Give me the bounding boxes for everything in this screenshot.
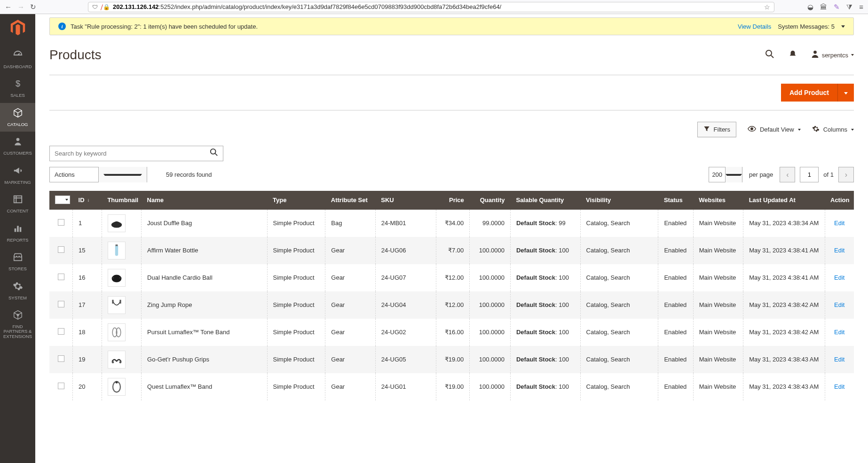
- cell-price: ₹19.00: [436, 346, 470, 373]
- row-checkbox[interactable]: [58, 383, 64, 389]
- add-product-button[interactable]: Add Product: [781, 84, 854, 102]
- account-icon[interactable]: 🏛: [820, 3, 827, 11]
- product-thumbnail[interactable]: [108, 214, 126, 232]
- header-name[interactable]: Name: [142, 191, 267, 210]
- next-page-button[interactable]: ›: [838, 167, 854, 182]
- table-row[interactable]: 18Pursuit Lumaflex™ Tone BandSimple Prod…: [49, 319, 854, 346]
- header-visibility[interactable]: Visibility: [580, 191, 658, 210]
- table-row[interactable]: 19Go-Get'r Pushup GripsSimple ProductGea…: [49, 346, 854, 373]
- nav-sales[interactable]: $SALES: [0, 74, 35, 102]
- product-thumbnail[interactable]: [108, 269, 126, 287]
- product-thumbnail[interactable]: [108, 296, 126, 314]
- edit-link[interactable]: Edit: [834, 274, 844, 281]
- header-thumbnail[interactable]: Thumbnail: [102, 191, 141, 210]
- header-price[interactable]: Price: [436, 191, 470, 210]
- header-quantity[interactable]: Quantity: [470, 191, 511, 210]
- table-row[interactable]: 17Zing Jump RopeSimple ProductGear24-UG0…: [49, 291, 854, 319]
- magento-logo[interactable]: [9, 19, 27, 37]
- extensions-icon[interactable]: ⧩: [846, 3, 852, 11]
- row-checkbox[interactable]: [58, 355, 64, 362]
- edit-link[interactable]: Edit: [834, 247, 844, 254]
- prev-page-button[interactable]: ‹: [780, 167, 795, 182]
- nav-marketing[interactable]: MARKETING: [0, 161, 35, 189]
- edit-link[interactable]: Edit: [834, 220, 844, 227]
- nav-find-partners-extensions[interactable]: FIND PARTNERS & EXTENSIONS: [0, 305, 35, 344]
- records-found: 59 records found: [166, 171, 212, 178]
- cell-type: Simple Product: [267, 237, 325, 264]
- table-row[interactable]: 1Joust Duffle BagSimple ProductBag24-MB0…: [49, 210, 854, 237]
- product-thumbnail[interactable]: [108, 323, 126, 341]
- forward-icon[interactable]: →: [17, 3, 24, 11]
- edit-link[interactable]: Edit: [834, 301, 844, 308]
- nav-stores[interactable]: STORES: [0, 247, 35, 276]
- header-status[interactable]: Status: [658, 191, 693, 210]
- nav-dashboard[interactable]: DASHBOARD: [0, 45, 35, 74]
- search-input[interactable]: [55, 150, 210, 157]
- cell-sku: 24-UG01: [375, 373, 436, 400]
- nav-system[interactable]: SYSTEM: [0, 276, 35, 305]
- row-checkbox[interactable]: [58, 328, 64, 335]
- header-checkbox[interactable]: [49, 191, 73, 210]
- add-product-label[interactable]: Add Product: [781, 84, 837, 102]
- cell-sku: 24-UG05: [375, 346, 436, 373]
- product-thumbnail[interactable]: [108, 351, 126, 369]
- system-messages-count[interactable]: System Messages: 5: [778, 23, 835, 30]
- header-id[interactable]: ID↓: [73, 191, 102, 210]
- url-bar[interactable]: 🛡 ⧸🔒 202.131.126.142:5252/index.php/admi…: [88, 2, 774, 12]
- cell-name: Dual Handle Cardio Ball: [142, 264, 267, 291]
- pocket-icon[interactable]: ◒: [807, 3, 813, 11]
- chevron-down-icon[interactable]: [841, 25, 845, 28]
- table-row[interactable]: 16Dual Handle Cardio BallSimple ProductG…: [49, 264, 854, 291]
- search-icon[interactable]: [210, 148, 218, 159]
- header-salable[interactable]: Salable Quantity: [510, 191, 580, 210]
- nav-reports[interactable]: REPORTS: [0, 219, 35, 247]
- default-view-button[interactable]: Default View: [748, 126, 801, 133]
- page-input[interactable]: [800, 167, 819, 182]
- nav-catalog[interactable]: CATALOG: [0, 103, 35, 132]
- header-sku[interactable]: SKU: [375, 191, 436, 210]
- nav-content[interactable]: CONTENT: [0, 189, 35, 218]
- header-websites[interactable]: Websites: [693, 191, 743, 210]
- row-checkbox[interactable]: [58, 219, 64, 226]
- cell-websites: Main Website: [693, 319, 743, 346]
- edit-link[interactable]: Edit: [834, 356, 844, 363]
- header-type[interactable]: Type: [267, 191, 325, 210]
- table-row[interactable]: 20Quest Lumaflex™ BandSimple ProductGear…: [49, 373, 854, 400]
- table-row[interactable]: 15Affirm Water BottleSimple ProductGear2…: [49, 237, 854, 264]
- actions-dropdown[interactable]: Actions: [49, 167, 147, 182]
- back-icon[interactable]: ←: [5, 3, 12, 11]
- reload-icon[interactable]: ↻: [30, 3, 36, 11]
- add-product-dropdown[interactable]: [837, 84, 854, 102]
- per-page-select[interactable]: 200: [709, 167, 742, 182]
- product-thumbnail[interactable]: [108, 378, 126, 396]
- cell-quantity: 99.0000: [470, 210, 511, 237]
- edit-link[interactable]: Edit: [834, 329, 844, 336]
- filters-button[interactable]: Filters: [697, 122, 736, 137]
- svg-point-15: [751, 128, 753, 130]
- bookmark-icon[interactable]: ☆: [764, 3, 770, 11]
- cell-visibility: Catalog, Search: [580, 319, 658, 346]
- row-checkbox[interactable]: [58, 274, 64, 280]
- menu-icon[interactable]: ≡: [859, 3, 863, 11]
- cell-websites: Main Website: [693, 373, 743, 400]
- view-details-link[interactable]: View Details: [738, 23, 771, 30]
- search-box[interactable]: [49, 146, 223, 161]
- row-checkbox[interactable]: [58, 301, 64, 307]
- product-thumbnail[interactable]: [108, 242, 126, 259]
- user-menu[interactable]: serpentcs: [811, 50, 854, 60]
- cell-sku: 24-UG02: [375, 319, 436, 346]
- edit-link[interactable]: Edit: [834, 383, 844, 390]
- row-checkbox[interactable]: [58, 246, 64, 253]
- search-icon[interactable]: [765, 49, 774, 61]
- per-page-label: per page: [749, 171, 773, 178]
- svg-text:$: $: [15, 79, 20, 89]
- cell-type: Simple Product: [267, 346, 325, 373]
- notifications-icon[interactable]: [789, 50, 797, 61]
- nav-customers[interactable]: CUSTOMERS: [0, 132, 35, 160]
- header-attribute-set[interactable]: Attribute Set: [325, 191, 375, 210]
- cell-salable: Default Stock: 100: [510, 237, 580, 264]
- chevron-down-icon: [851, 54, 854, 56]
- columns-button[interactable]: Columns: [812, 125, 854, 134]
- wand-icon[interactable]: ✎: [834, 3, 840, 11]
- header-updated[interactable]: Last Updated At: [743, 191, 825, 210]
